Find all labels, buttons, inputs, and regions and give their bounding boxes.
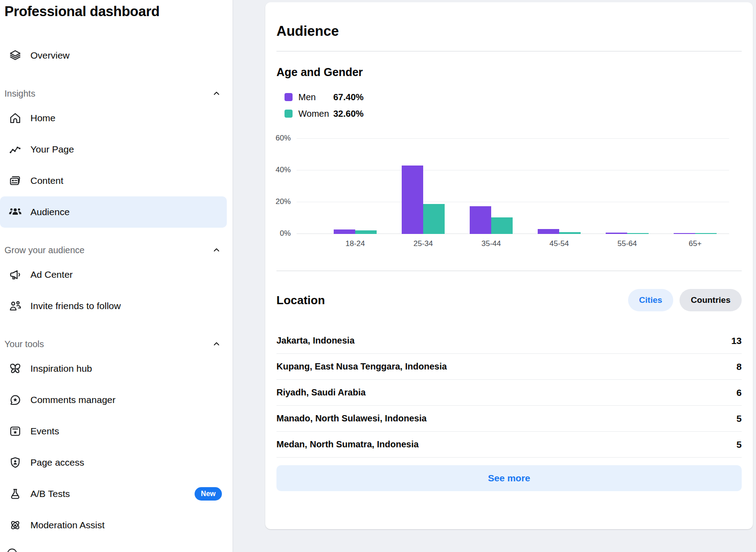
atom-icon (8, 518, 22, 532)
sidebar-item-label: Events (30, 426, 59, 437)
sidebar-section-grow-your-audience[interactable]: Grow your audience (4, 241, 221, 259)
cutoff-item-icon (6, 548, 18, 552)
sidebar-item-label: Overview (30, 50, 70, 61)
location-row: Manado, North Sulawesi, Indonesia5 (276, 406, 742, 432)
sidebar-item-label: Moderation Assist (30, 520, 105, 531)
sidebar-item-comments-manager[interactable]: Comments manager (0, 384, 227, 416)
butterfly-icon (8, 362, 22, 375)
men-bar-35-44[interactable] (470, 206, 491, 234)
age-gender-chart: 0%20%40%60% (276, 128, 742, 234)
y-tick-label: 60% (276, 134, 291, 143)
age-gender-title: Age and Gender (276, 66, 742, 79)
men-bar-18-24[interactable] (334, 229, 355, 234)
x-tick-label: 35-44 (457, 239, 525, 248)
location-name: Kupang, East Nusa Tenggara, Indonesia (276, 361, 447, 372)
men-bar-25-34[interactable] (402, 166, 423, 234)
sidebar-item-audience[interactable]: Audience (0, 196, 227, 228)
sidebar-item-content[interactable]: Content (0, 165, 227, 196)
location-name: Riyadh, Saudi Arabia (276, 387, 365, 398)
audience-panel: Audience Age and Gender Men67.40%Women32… (265, 2, 753, 529)
location-count: 8 (736, 361, 742, 372)
location-count: 5 (736, 413, 742, 424)
cities-button[interactable]: Cities (628, 289, 674, 311)
sidebar-item-a-b-tests[interactable]: A/B TestsNew (0, 478, 227, 510)
location-section: Location CitiesCountries Jakarta, Indone… (276, 289, 742, 491)
location-name: Manado, North Sulawesi, Indonesia (276, 413, 427, 424)
new-badge: New (195, 487, 222, 501)
chevron-up-icon (212, 89, 221, 98)
bar-group-45-54 (525, 128, 593, 234)
bar-group-18-24 (321, 128, 389, 234)
sidebar-item-label: Invite friends to follow (30, 301, 121, 311)
location-count: 13 (731, 335, 742, 346)
countries-button[interactable]: Countries (680, 289, 742, 311)
sidebar-item-label: Your Page (30, 144, 74, 155)
x-tick-label: 25-34 (389, 239, 457, 248)
legend-label: Women (298, 109, 333, 119)
legend-value: 32.60% (333, 109, 364, 119)
see-more-button[interactable]: See more (276, 465, 742, 491)
sidebar-item-moderation-assist[interactable]: Moderation Assist (0, 510, 227, 541)
divider (276, 271, 742, 271)
x-tick-label: 65+ (661, 239, 729, 248)
men-bar-55-64[interactable] (606, 233, 627, 234)
chart-x-axis: 18-2425-3435-4445-5455-6465+ (321, 239, 729, 248)
sidebar-item-home[interactable]: Home (0, 102, 227, 134)
men-bar-45-54[interactable] (538, 229, 559, 234)
women-bar-18-24[interactable] (355, 230, 377, 234)
x-tick-label: 45-54 (525, 239, 593, 248)
sidebar-item-overview[interactable]: Overview (0, 40, 227, 71)
location-name: Medan, North Sumatra, Indonesia (276, 439, 419, 450)
sidebar-section-your-tools[interactable]: Your tools (4, 335, 221, 353)
home-icon (8, 111, 22, 125)
women-bar-55-64[interactable] (627, 233, 649, 234)
age-gender-section: Age and Gender Men67.40%Women32.60% 0%20… (276, 66, 742, 271)
legend-swatch (285, 93, 293, 101)
invite-friends-icon (8, 299, 22, 313)
location-name: Jakarta, Indonesia (276, 335, 355, 346)
bar-group-55-64 (593, 128, 661, 234)
location-row: Medan, North Sumatra, Indonesia5 (276, 432, 742, 458)
section-label: Insights (4, 89, 35, 99)
women-bar-65[interactable] (695, 233, 717, 234)
sidebar-item-label: Content (30, 175, 64, 186)
location-list: Jakarta, Indonesia13Kupang, East Nusa Te… (276, 328, 742, 458)
chevron-up-icon (212, 340, 221, 348)
sidebar-item-label: A/B Tests (30, 488, 70, 499)
sidebar-item-page-access[interactable]: Page access (0, 447, 227, 478)
section-label: Grow your audience (4, 245, 85, 255)
sidebar-item-your-page[interactable]: Your Page (0, 134, 227, 165)
comment-star-icon (8, 393, 22, 407)
sidebar-item-events[interactable]: Events (0, 416, 227, 447)
events-icon (8, 425, 22, 438)
content-icon (8, 174, 22, 187)
sidebar-section-insights[interactable]: Insights (4, 85, 221, 102)
flask-icon (8, 487, 22, 501)
sidebar-item-label: Audience (30, 207, 70, 217)
sidebar-item-label: Ad Center (30, 269, 73, 280)
men-bar-65[interactable] (674, 233, 695, 234)
legend-label: Men (298, 92, 333, 102)
location-row: Riyadh, Saudi Arabia6 (276, 380, 742, 406)
women-bar-35-44[interactable] (491, 217, 513, 234)
sidebar-item-invite-friends-to-follow[interactable]: Invite friends to follow (0, 290, 227, 322)
chart-y-axis: 0%20%40%60% (276, 128, 297, 234)
women-bar-45-54[interactable] (559, 232, 581, 234)
page-title: Audience (276, 23, 742, 39)
bar-group-25-34 (389, 128, 457, 234)
sidebar-item-ad-center[interactable]: Ad Center (0, 259, 227, 290)
audience-icon (8, 205, 22, 219)
sidebar-item-label: Page access (30, 457, 84, 468)
bar-group-65 (661, 128, 729, 234)
sidebar-item-label: Home (30, 113, 55, 123)
trend-icon (8, 143, 22, 156)
chart-legend: Men67.40%Women32.60% (276, 90, 742, 120)
sidebar-item-inspiration-hub[interactable]: Inspiration hub (0, 353, 227, 384)
sidebar-title: Professional dashboard (4, 4, 233, 20)
shield-person-icon (8, 456, 22, 469)
divider (276, 51, 742, 51)
women-bar-25-34[interactable] (423, 204, 445, 234)
legend-item-women: Women32.60% (285, 107, 742, 120)
sidebar-item-label: Comments manager (30, 395, 115, 405)
sidebar-item-label: Inspiration hub (30, 363, 92, 374)
